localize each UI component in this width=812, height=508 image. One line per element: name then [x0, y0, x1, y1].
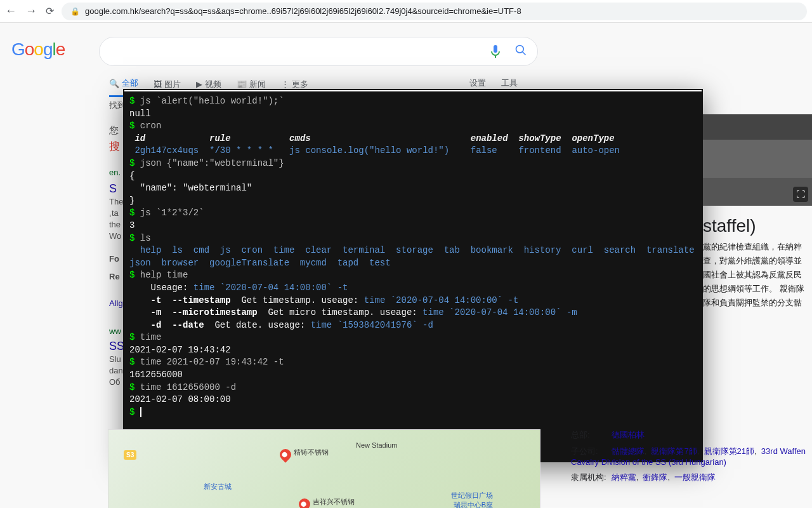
video-tab-icon: ▶: [196, 79, 202, 89]
bg-text: dan: [109, 364, 123, 377]
lock-icon: 🔒: [70, 7, 80, 16]
more-tab-icon: ⋮: [281, 79, 289, 89]
kp-fact-link[interactable]: Cavalry Division of the SS (3rd Hungaria…: [571, 457, 726, 467]
terminal-line: $ js `alert("hello world!");`: [129, 95, 697, 108]
kp-fact-link[interactable]: 骷髏總隊: [612, 446, 645, 456]
terminal-help-line: -m --microtimestamp Get micro timestamp.…: [129, 307, 697, 319]
mic-icon[interactable]: [488, 44, 503, 59]
kp-fact-row: 子公司: 骷髏總隊, 親衛隊第7師, 親衛隊第21師, 33rd Waffen …: [571, 446, 806, 467]
terminal-cursor: [140, 407, 141, 417]
kp-description: 黨的紀律檢查組織，在納粹 查，對黨外維護黨的領導並 國社會上被其認為反黨反民 的…: [703, 240, 812, 310]
terminal-line: $ cron: [129, 120, 697, 133]
svg-line-1: [523, 51, 526, 55]
kp-fact-link[interactable]: 一般親衛隊: [674, 472, 716, 482]
settings-link[interactable]: 设置: [469, 77, 486, 89]
terminal-output: {: [129, 170, 697, 183]
bg-text: en.: [109, 166, 121, 179]
bg-text: 搜: [109, 138, 120, 155]
terminal-help-line: Useage: time `2020-07-04 14:00:00` -t: [129, 282, 697, 295]
kp-facts: 总部: 德國柏林 子公司: 骷髏總隊, 親衛隊第7師, 親衛隊第21師, 33r…: [571, 429, 806, 488]
terminal-line: $ time: [129, 331, 697, 344]
bg-text: ww: [109, 325, 121, 338]
terminal-output: null: [129, 108, 697, 121]
google-logo[interactable]: Google: [11, 39, 65, 60]
kp-fact-row: 隶属机构: 納粹黨, 衝鋒隊, 一般親衛隊: [571, 472, 806, 483]
terminal-line: $ ls: [129, 232, 697, 245]
svg-point-0: [516, 45, 524, 53]
page-body: Google 🔍全部 🖼图片 ▶视频 📰新闻 ⋮更多 设置 工具 找到 您 搜 …: [0, 23, 812, 508]
map-pin-icon[interactable]: [296, 496, 312, 508]
terminal-output: 2021-02-07 08:00:00: [129, 394, 697, 406]
bg-text: ˌta: [109, 207, 119, 220]
bg-text: The: [109, 196, 123, 208]
kp-fact-link[interactable]: 德國柏林: [612, 430, 645, 439]
kp-title: staffel): [703, 216, 812, 236]
terminal-table-header: id rule cmds enabled showType openType: [129, 133, 697, 145]
map-pin-icon[interactable]: [277, 446, 293, 462]
bg-text: Fo: [109, 253, 119, 265]
kp-image[interactable]: ⛶: [703, 114, 812, 206]
knowledge-panel: ⛶ staffel) 黨的紀律檢查組織，在納粹 查，對黨外維護黨的領導並 國社會…: [703, 114, 812, 310]
kp-fact-label: 总部:: [571, 429, 609, 441]
map-label: 精铸不锈钢: [294, 448, 329, 457]
terminal-line: $ help time: [129, 269, 697, 282]
bg-text: Re: [109, 271, 120, 283]
bg-text: Slu: [109, 353, 121, 366]
search-icon[interactable]: [514, 44, 527, 60]
kp-fact-link[interactable]: 親衛隊第7師: [651, 446, 697, 456]
terminal-output: 2021-02-07 19:43:42: [129, 344, 697, 357]
terminal-line: $ time 2021-02-07 19:43:42 -t: [129, 356, 697, 369]
terminal-table-row: 2gh147cx4uqs */30 * * * * js console.log…: [129, 145, 697, 157]
kp-fact-link[interactable]: 納粹黨: [612, 472, 636, 482]
search-box[interactable]: [99, 37, 538, 66]
terminal-window[interactable]: $ js `alert("hello world!");` null $ cro…: [123, 89, 703, 462]
terminal-line: $ time 1612656000 -d: [129, 382, 697, 394]
map-label: New Stadium: [356, 441, 397, 449]
forward-button[interactable]: →: [25, 4, 37, 18]
search-input[interactable]: [110, 46, 488, 57]
terminal-output: "name": "webterminal": [129, 182, 697, 195]
browser-address-bar: ← → ⟳ 🔒: [0, 0, 812, 23]
bg-text: Wo: [109, 230, 121, 243]
terminal-help-line: -t --timestamp Get timestamp. useage: ti…: [129, 295, 697, 307]
bg-text: SS: [109, 338, 124, 355]
terminal-prompt-line[interactable]: $: [129, 406, 697, 419]
terminal-output: }: [129, 195, 697, 208]
terminal-help-line: -d --date Get date. useage: time `159384…: [129, 319, 697, 332]
tools-link[interactable]: 工具: [501, 77, 518, 89]
image-tab-icon: 🖼: [154, 79, 162, 89]
kp-fact-link[interactable]: 親衛隊第21師: [704, 446, 754, 456]
kp-fact-label: 子公司:: [571, 446, 609, 457]
bg-text: Об: [109, 376, 121, 389]
bg-text: 您: [109, 123, 119, 138]
kp-fact-label: 隶属机构:: [571, 472, 609, 483]
terminal-line: $ json {"name":"webterminal"}: [129, 157, 697, 170]
news-tab-icon: 📰: [237, 79, 247, 89]
nav-arrows: ← → ⟳: [5, 4, 54, 18]
map-label: 世纪假日广场 瑞思中心B座: [451, 491, 493, 508]
terminal-scrollbar-top[interactable]: [124, 90, 702, 91]
map-label: 吉祥兴不锈钢: [313, 497, 355, 507]
search-tools: 设置 工具: [469, 77, 518, 89]
bg-text: Allg: [109, 297, 123, 310]
road-badge: S3: [124, 450, 136, 460]
back-button[interactable]: ←: [5, 4, 16, 18]
bg-text: S: [109, 180, 117, 197]
terminal-output: 1612656000: [129, 369, 697, 382]
terminal-output: 3: [129, 220, 697, 232]
terminal-line: $ js `1*2*3/2`: [129, 207, 697, 220]
map-widget[interactable]: S3 精铸不锈钢 吉祥兴不锈钢 新安古城 New Stadium 世纪假日广场 …: [108, 429, 540, 508]
kp-fact-link[interactable]: 衝鋒隊: [643, 472, 667, 482]
svg-rect-3: [703, 140, 812, 178]
reload-button[interactable]: ⟳: [46, 5, 54, 17]
url-input[interactable]: [85, 6, 798, 16]
map-label: 新安古城: [204, 482, 232, 491]
expand-icon[interactable]: ⛶: [793, 187, 808, 202]
kp-fact-row: 总部: 德國柏林: [571, 429, 806, 441]
search-tab-icon: 🔍: [109, 79, 119, 88]
kp-fact-link[interactable]: 33rd Waffen: [761, 446, 806, 456]
bg-text: the: [109, 218, 121, 231]
url-bar[interactable]: 🔒: [62, 3, 807, 20]
terminal-output-ls: help ls cmd js cron time clear terminal …: [129, 244, 697, 269]
